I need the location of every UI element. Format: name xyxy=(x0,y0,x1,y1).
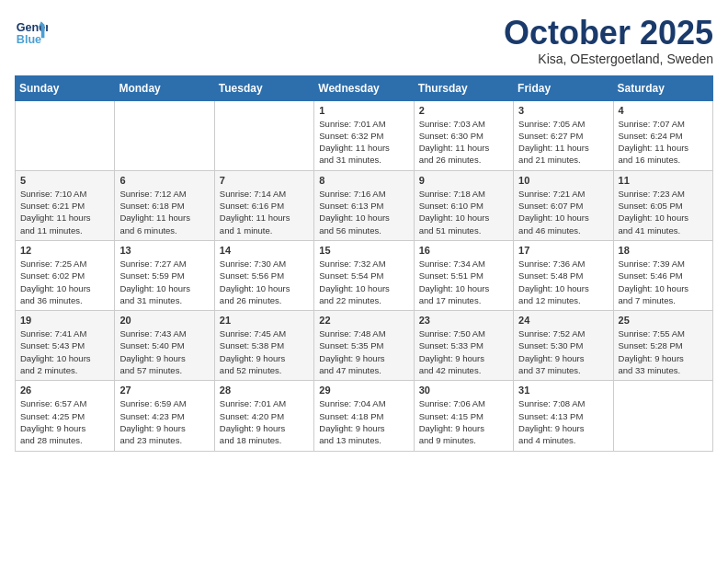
day-info: Sunrise: 7:55 AM Sunset: 5:28 PM Dayligh… xyxy=(619,327,708,376)
svg-text:Blue: Blue xyxy=(17,33,41,46)
day-number: 10 xyxy=(518,175,608,186)
day-info: Sunrise: 7:01 AM Sunset: 4:20 PM Dayligh… xyxy=(220,397,309,446)
day-info: Sunrise: 7:10 AM Sunset: 6:21 PM Dayligh… xyxy=(20,188,109,236)
day-number: 7 xyxy=(220,175,309,186)
day-number: 27 xyxy=(119,385,209,396)
day-number: 12 xyxy=(20,245,109,256)
calendar-cell xyxy=(16,100,115,170)
location-subtitle: Kisa, OEstergoetland, Sweden xyxy=(504,52,713,66)
day-number: 11 xyxy=(619,175,708,186)
calendar-cell: 4Sunrise: 7:07 AM Sunset: 6:24 PM Daylig… xyxy=(613,100,712,170)
calendar-week-row: 5Sunrise: 7:10 AM Sunset: 6:21 PM Daylig… xyxy=(16,170,713,240)
day-number: 31 xyxy=(518,385,608,396)
calendar-cell xyxy=(613,381,712,451)
day-number: 24 xyxy=(518,315,608,326)
day-info: Sunrise: 6:57 AM Sunset: 4:25 PM Dayligh… xyxy=(20,397,109,446)
day-number: 8 xyxy=(319,175,408,186)
day-number: 13 xyxy=(119,245,209,256)
weekday-header-sunday: Sunday xyxy=(16,75,115,100)
day-number: 3 xyxy=(518,105,608,116)
day-info: Sunrise: 6:59 AM Sunset: 4:23 PM Dayligh… xyxy=(119,397,209,446)
weekday-header-row: SundayMondayTuesdayWednesdayThursdayFrid… xyxy=(16,75,713,100)
day-info: Sunrise: 7:25 AM Sunset: 6:02 PM Dayligh… xyxy=(20,258,109,306)
day-info: Sunrise: 7:45 AM Sunset: 5:38 PM Dayligh… xyxy=(220,327,309,376)
day-number: 29 xyxy=(319,385,408,396)
calendar-cell xyxy=(115,100,214,170)
day-info: Sunrise: 7:18 AM Sunset: 6:10 PM Dayligh… xyxy=(419,188,508,236)
day-info: Sunrise: 7:01 AM Sunset: 6:32 PM Dayligh… xyxy=(319,118,408,167)
day-info: Sunrise: 7:12 AM Sunset: 6:18 PM Dayligh… xyxy=(119,188,209,236)
weekday-header-tuesday: Tuesday xyxy=(214,75,313,100)
calendar-week-row: 1Sunrise: 7:01 AM Sunset: 6:32 PM Daylig… xyxy=(16,100,713,170)
calendar-cell: 9Sunrise: 7:18 AM Sunset: 6:10 PM Daylig… xyxy=(414,170,513,240)
calendar-cell: 19Sunrise: 7:41 AM Sunset: 5:43 PM Dayli… xyxy=(16,311,115,381)
logo-icon: General Blue xyxy=(15,15,48,48)
day-info: Sunrise: 7:16 AM Sunset: 6:13 PM Dayligh… xyxy=(319,188,408,236)
day-info: Sunrise: 7:41 AM Sunset: 5:43 PM Dayligh… xyxy=(20,327,109,376)
day-info: Sunrise: 7:27 AM Sunset: 5:59 PM Dayligh… xyxy=(119,258,209,306)
calendar-week-row: 12Sunrise: 7:25 AM Sunset: 6:02 PM Dayli… xyxy=(16,240,713,310)
calendar-week-row: 26Sunrise: 6:57 AM Sunset: 4:25 PM Dayli… xyxy=(16,381,713,451)
day-info: Sunrise: 7:30 AM Sunset: 5:56 PM Dayligh… xyxy=(220,258,309,306)
day-info: Sunrise: 7:03 AM Sunset: 6:30 PM Dayligh… xyxy=(419,118,508,167)
day-number: 14 xyxy=(220,245,309,256)
calendar-cell: 15Sunrise: 7:32 AM Sunset: 5:54 PM Dayli… xyxy=(314,240,414,310)
day-info: Sunrise: 7:39 AM Sunset: 5:46 PM Dayligh… xyxy=(619,258,708,306)
calendar-cell: 7Sunrise: 7:14 AM Sunset: 6:16 PM Daylig… xyxy=(214,170,313,240)
day-info: Sunrise: 7:08 AM Sunset: 4:13 PM Dayligh… xyxy=(518,397,608,446)
day-number: 21 xyxy=(220,315,309,326)
weekday-header-monday: Monday xyxy=(115,75,214,100)
calendar-week-row: 19Sunrise: 7:41 AM Sunset: 5:43 PM Dayli… xyxy=(16,311,713,381)
day-info: Sunrise: 7:06 AM Sunset: 4:15 PM Dayligh… xyxy=(419,397,508,446)
calendar-cell: 17Sunrise: 7:36 AM Sunset: 5:48 PM Dayli… xyxy=(514,240,613,310)
day-number: 28 xyxy=(220,385,309,396)
calendar-cell: 13Sunrise: 7:27 AM Sunset: 5:59 PM Dayli… xyxy=(115,240,214,310)
calendar-cell: 11Sunrise: 7:23 AM Sunset: 6:05 PM Dayli… xyxy=(613,170,712,240)
calendar-cell: 31Sunrise: 7:08 AM Sunset: 4:13 PM Dayli… xyxy=(514,381,613,451)
calendar-cell: 21Sunrise: 7:45 AM Sunset: 5:38 PM Dayli… xyxy=(214,311,313,381)
weekday-header-friday: Friday xyxy=(514,75,613,100)
day-info: Sunrise: 7:36 AM Sunset: 5:48 PM Dayligh… xyxy=(518,258,608,306)
day-info: Sunrise: 7:07 AM Sunset: 6:24 PM Dayligh… xyxy=(619,118,708,167)
calendar-cell: 27Sunrise: 6:59 AM Sunset: 4:23 PM Dayli… xyxy=(115,381,214,451)
calendar-cell: 12Sunrise: 7:25 AM Sunset: 6:02 PM Dayli… xyxy=(16,240,115,310)
calendar-cell: 29Sunrise: 7:04 AM Sunset: 4:18 PM Dayli… xyxy=(314,381,414,451)
day-info: Sunrise: 7:23 AM Sunset: 6:05 PM Dayligh… xyxy=(619,188,708,236)
day-info: Sunrise: 7:34 AM Sunset: 5:51 PM Dayligh… xyxy=(419,258,508,306)
day-number: 1 xyxy=(319,105,408,116)
calendar-table: SundayMondayTuesdayWednesdayThursdayFrid… xyxy=(15,75,713,452)
calendar-cell: 23Sunrise: 7:50 AM Sunset: 5:33 PM Dayli… xyxy=(414,311,513,381)
calendar-cell: 25Sunrise: 7:55 AM Sunset: 5:28 PM Dayli… xyxy=(613,311,712,381)
calendar-cell: 24Sunrise: 7:52 AM Sunset: 5:30 PM Dayli… xyxy=(514,311,613,381)
day-number: 20 xyxy=(119,315,209,326)
day-number: 15 xyxy=(319,245,408,256)
weekday-header-thursday: Thursday xyxy=(414,75,513,100)
weekday-header-wednesday: Wednesday xyxy=(314,75,414,100)
day-info: Sunrise: 7:21 AM Sunset: 6:07 PM Dayligh… xyxy=(518,188,608,236)
day-info: Sunrise: 7:14 AM Sunset: 6:16 PM Dayligh… xyxy=(220,188,309,236)
day-number: 19 xyxy=(20,315,109,326)
day-info: Sunrise: 7:50 AM Sunset: 5:33 PM Dayligh… xyxy=(419,327,508,376)
calendar-cell: 10Sunrise: 7:21 AM Sunset: 6:07 PM Dayli… xyxy=(514,170,613,240)
logo: General Blue xyxy=(15,15,48,48)
day-number: 23 xyxy=(419,315,508,326)
calendar-cell: 22Sunrise: 7:48 AM Sunset: 5:35 PM Dayli… xyxy=(314,311,414,381)
day-info: Sunrise: 7:48 AM Sunset: 5:35 PM Dayligh… xyxy=(319,327,408,376)
day-number: 4 xyxy=(619,105,708,116)
calendar-cell: 30Sunrise: 7:06 AM Sunset: 4:15 PM Dayli… xyxy=(414,381,513,451)
day-info: Sunrise: 7:43 AM Sunset: 5:40 PM Dayligh… xyxy=(119,327,209,376)
calendar-cell: 18Sunrise: 7:39 AM Sunset: 5:46 PM Dayli… xyxy=(613,240,712,310)
month-title: October 2025 xyxy=(504,15,713,52)
day-number: 30 xyxy=(419,385,508,396)
calendar-cell xyxy=(214,100,313,170)
day-number: 6 xyxy=(119,175,209,186)
day-number: 9 xyxy=(419,175,508,186)
calendar-cell: 3Sunrise: 7:05 AM Sunset: 6:27 PM Daylig… xyxy=(514,100,613,170)
day-info: Sunrise: 7:32 AM Sunset: 5:54 PM Dayligh… xyxy=(319,258,408,306)
calendar-cell: 20Sunrise: 7:43 AM Sunset: 5:40 PM Dayli… xyxy=(115,311,214,381)
day-number: 16 xyxy=(419,245,508,256)
day-number: 5 xyxy=(20,175,109,186)
day-number: 25 xyxy=(619,315,708,326)
calendar-cell: 1Sunrise: 7:01 AM Sunset: 6:32 PM Daylig… xyxy=(314,100,414,170)
day-number: 18 xyxy=(619,245,708,256)
